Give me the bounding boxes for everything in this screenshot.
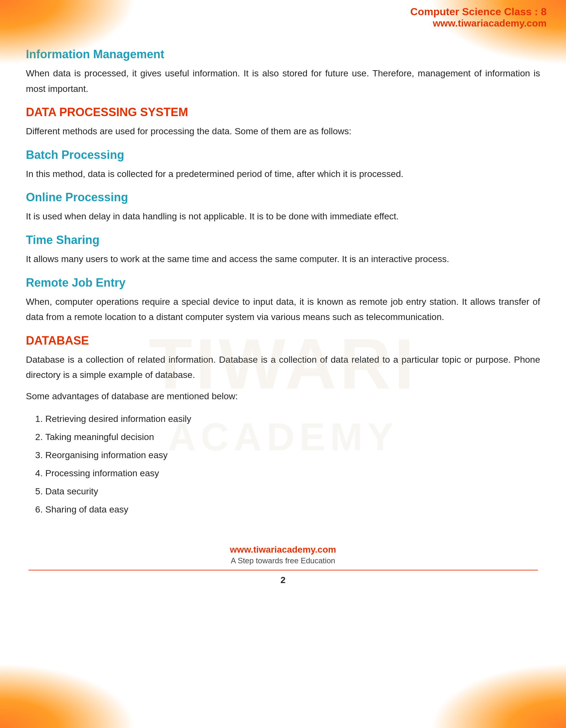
bg-decoration-bottom-left [0, 663, 136, 728]
heading-time-sharing: Time Sharing [26, 233, 540, 247]
body-data-processing: Different methods are used for processin… [26, 124, 540, 139]
header-url: www.tiwariacademy.com [410, 18, 547, 29]
header-title: Computer Science Class : 8 [410, 6, 547, 18]
list-item-3: Reorganising information easy [45, 446, 540, 464]
body-remote-job: When, computer operations require a spec… [26, 294, 540, 325]
body-info-mgmt: When data is processed, it gives useful … [26, 66, 540, 96]
footer-url: www.tiwariacademy.com [0, 545, 566, 555]
footer-divider [28, 570, 538, 570]
body-batch-processing: In this method, data is collected for a … [26, 166, 540, 182]
body-time-sharing: It allows many users to work at the same… [26, 251, 540, 267]
heading-data-processing: DATA PROCESSING SYSTEM [26, 105, 540, 119]
footer-page-number: 2 [0, 575, 566, 585]
bg-decoration-bottom-right [430, 663, 566, 728]
header-text-block: Computer Science Class : 8 www.tiwariaca… [410, 6, 547, 29]
body-database-2: Some advantages of database are mentione… [26, 389, 540, 404]
heading-online-processing: Online Processing [26, 191, 540, 204]
footer-tagline: A Step towards free Education [0, 556, 566, 565]
heading-remote-job: Remote Job Entry [26, 276, 540, 290]
heading-batch-processing: Batch Processing [26, 148, 540, 162]
list-item-1: Retrieving desired information easily [45, 410, 540, 428]
list-item-5: Data security [45, 482, 540, 501]
heading-database: DATABASE [26, 334, 540, 347]
page-footer: www.tiwariacademy.com A Step towards fre… [0, 545, 566, 598]
advantages-list: Retrieving desired information easily Ta… [45, 410, 540, 519]
list-item-4: Processing information easy [45, 464, 540, 482]
main-content: Information Management When data is proc… [0, 32, 566, 525]
body-database-1: Database is a collection of related info… [26, 352, 540, 383]
page-header: Computer Science Class : 8 www.tiwariaca… [0, 0, 566, 32]
list-item-2: Taking meaningful decision [45, 428, 540, 446]
list-item-6: Sharing of data easy [45, 501, 540, 519]
body-online-processing: It is used when delay in data handling i… [26, 209, 540, 224]
